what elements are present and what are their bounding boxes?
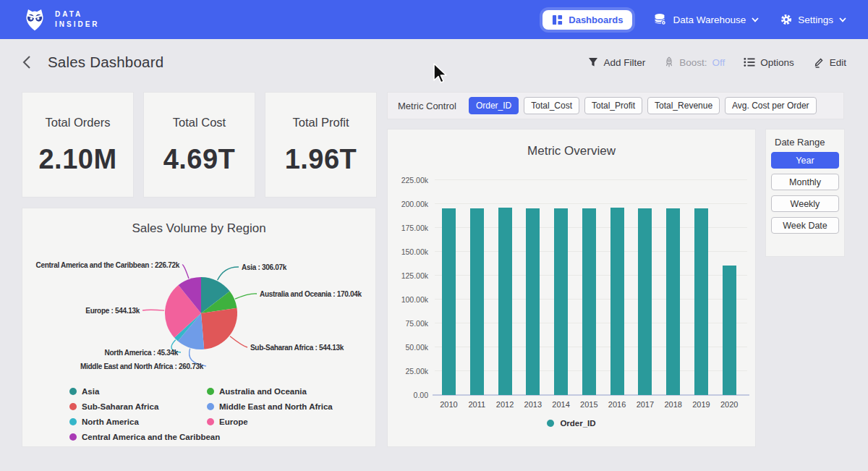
bar-2015[interactable] bbox=[582, 208, 596, 395]
legend-label: Central America and the Caribbean bbox=[82, 433, 220, 441]
pie-slice-sub-saharan-africa[interactable] bbox=[201, 308, 237, 349]
settings-menu[interactable]: Settings bbox=[780, 14, 846, 25]
metric-control-label: Metric Control bbox=[398, 101, 456, 111]
legend-item-central-america-and-the-caribbean[interactable]: Central America and the Caribbean bbox=[69, 433, 207, 441]
add-filter-button[interactable]: Add Filter bbox=[588, 57, 645, 68]
bar-2018[interactable] bbox=[666, 208, 680, 395]
bar-2012[interactable] bbox=[498, 208, 512, 395]
pie-legend: AsiaSub-Saharan AfricaNorth AmericaCentr… bbox=[69, 383, 344, 444]
date-range-label: Date Range bbox=[775, 137, 825, 148]
kpi-label: Total Cost bbox=[144, 116, 255, 130]
metric-option-total-profit[interactable]: Total_Profit bbox=[584, 97, 642, 114]
bar-2010[interactable] bbox=[442, 208, 456, 395]
y-axis-tick: 50.00k bbox=[388, 343, 428, 352]
boost-toggle[interactable]: Boost: Off bbox=[664, 56, 725, 68]
metric-control-bar: Metric Control Order_IDTotal_CostTotal_P… bbox=[387, 92, 844, 119]
brand-logo[interactable]: DATA INSIDER bbox=[22, 7, 100, 33]
metric-option-total-cost[interactable]: Total_Cost bbox=[524, 97, 579, 114]
bar-2020[interactable] bbox=[723, 266, 736, 395]
database-icon bbox=[654, 13, 667, 26]
legend-item-asia[interactable]: Asia bbox=[69, 387, 207, 396]
x-axis-tick: 2013 bbox=[519, 400, 548, 409]
top-navbar: DATA INSIDER Dashboards Data Warehouse bbox=[0, 0, 868, 39]
legend-item-australia-and-oceania[interactable]: Australia and Oceania bbox=[207, 387, 344, 396]
y-axis-tick: 0.00 bbox=[388, 391, 428, 399]
bar-chart-card: Metric Overview 0.0025.00k50.00k75.00k10… bbox=[387, 129, 756, 447]
boost-rocket-icon bbox=[664, 56, 674, 68]
legend-item-north-america[interactable]: North America bbox=[69, 417, 207, 426]
date-range-panel: Date Range YearMonthlyWeeklyWeek Date bbox=[765, 129, 845, 257]
back-chevron-icon[interactable] bbox=[22, 55, 32, 69]
bar-2014[interactable] bbox=[554, 208, 568, 395]
bar-chart-legend[interactable]: Order_ID bbox=[388, 419, 755, 428]
filter-funnel-icon bbox=[588, 57, 598, 67]
bar-2019[interactable] bbox=[694, 208, 708, 395]
date-range-option-monthly[interactable]: Monthly bbox=[771, 174, 839, 190]
kpi-label: Total Orders bbox=[22, 116, 133, 130]
legend-label: North America bbox=[82, 417, 139, 426]
date-range-options: YearMonthlyWeeklyWeek Date bbox=[766, 152, 844, 239]
y-axis-tick: 225.00k bbox=[388, 176, 428, 184]
x-axis-tick: 2012 bbox=[490, 400, 519, 409]
chevron-down-icon bbox=[839, 17, 846, 22]
pie-leader-line bbox=[235, 294, 257, 299]
bar-2011[interactable] bbox=[470, 208, 484, 395]
pie-slice-label: Europe : 544.13k bbox=[85, 307, 140, 315]
bar-2017[interactable] bbox=[638, 208, 652, 395]
legend-dot bbox=[207, 418, 214, 425]
y-axis-tick: 150.00k bbox=[388, 247, 428, 256]
x-axis-tick: 2019 bbox=[686, 400, 715, 409]
y-axis-tick: 25.00k bbox=[388, 367, 428, 375]
data-warehouse-menu[interactable]: Data Warehouse bbox=[654, 13, 759, 26]
x-axis-tick: 2020 bbox=[715, 400, 744, 409]
y-axis-tick: 125.00k bbox=[388, 271, 428, 280]
y-axis-tick: 75.00k bbox=[388, 319, 428, 328]
settings-label: Settings bbox=[798, 14, 833, 25]
bar-legend-label: Order_ID bbox=[560, 419, 595, 428]
pie-slice-label: Central America and the Caribbean : 226.… bbox=[36, 261, 180, 269]
metric-option-avg-cost-per-order[interactable]: Avg. Cost per Order bbox=[725, 97, 817, 114]
date-range-option-year[interactable]: Year bbox=[771, 152, 839, 169]
metric-control-options: Order_IDTotal_CostTotal_ProfitTotal_Reve… bbox=[469, 97, 817, 114]
legend-dot bbox=[69, 433, 77, 441]
data-warehouse-label: Data Warehouse bbox=[673, 14, 746, 25]
pie-slice-label: Sub-Saharan Africa : 544.13k bbox=[250, 344, 344, 352]
y-axis-tick: 175.00k bbox=[388, 224, 428, 232]
options-button[interactable]: Options bbox=[744, 57, 794, 68]
pie-chart-title: Sales Volume by Region bbox=[22, 221, 375, 236]
x-axis-tick: 2017 bbox=[631, 400, 660, 409]
legend-dot bbox=[69, 388, 77, 395]
x-axis-tick: 2016 bbox=[603, 400, 631, 409]
boost-label: Boost: bbox=[679, 57, 707, 68]
owl-logo-icon bbox=[22, 7, 48, 33]
legend-item-europe[interactable]: Europe bbox=[207, 417, 344, 426]
x-axis-tick: 2011 bbox=[462, 400, 491, 409]
pie-slice-label: Middle East and North Africa : 260.73k bbox=[80, 362, 204, 370]
metric-option-total-revenue[interactable]: Total_Revenue bbox=[647, 97, 720, 114]
date-range-option-weekly[interactable]: Weekly bbox=[771, 195, 839, 212]
kpi-label: Total Profit bbox=[265, 116, 376, 130]
bar-2013[interactable] bbox=[526, 208, 540, 395]
legend-item-sub-saharan-africa[interactable]: Sub-Saharan Africa bbox=[69, 402, 207, 411]
date-range-option-week-date[interactable]: Week Date bbox=[771, 217, 839, 234]
brand-line1: DATA bbox=[55, 9, 100, 20]
legend-dot bbox=[69, 418, 77, 425]
legend-dot bbox=[207, 403, 214, 410]
metric-option-order-id[interactable]: Order_ID bbox=[469, 97, 519, 114]
pie-leader-line bbox=[230, 336, 247, 347]
bar-2016[interactable] bbox=[610, 208, 624, 395]
page-header: Sales Dashboard Add Filter Boost: Off Op… bbox=[0, 39, 868, 85]
kpi-card-total-orders: Total Orders 2.10M bbox=[22, 92, 134, 198]
pie-leader-line bbox=[182, 265, 189, 279]
brand-line2: INSIDER bbox=[55, 20, 100, 30]
dashboards-label: Dashboards bbox=[569, 14, 623, 25]
dashboards-button[interactable]: Dashboards bbox=[542, 10, 632, 30]
y-axis-tick: 200.00k bbox=[388, 200, 428, 208]
gear-icon bbox=[780, 14, 792, 25]
legend-item-middle-east-and-north-africa[interactable]: Middle East and North Africa bbox=[207, 402, 344, 411]
pie-chart-card: Sales Volume by Region Asia : 306.07kAus… bbox=[22, 208, 376, 447]
kpi-value: 1.96T bbox=[265, 144, 376, 175]
bar-chart-plot: 0.0025.00k50.00k75.00k100.00k125.00k150.… bbox=[388, 130, 755, 446]
gridline bbox=[435, 179, 747, 180]
edit-button[interactable]: Edit bbox=[813, 56, 846, 68]
